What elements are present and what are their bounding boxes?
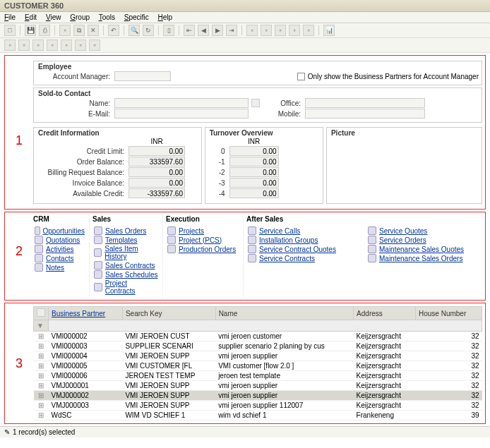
table-row[interactable]: ⊞VMJ000003VMI JEROEN SUPPvmi jeroen supp… [34, 401, 482, 411]
col-name[interactable]: Name [215, 307, 353, 320]
after-link[interactable]: Service Orders [379, 236, 426, 244]
tool-prev-icon[interactable]: ◀ [198, 25, 209, 36]
tool-open-icon[interactable]: □ [4, 25, 16, 36]
tool-next-icon[interactable]: ▶ [212, 25, 223, 36]
col-house[interactable]: House Number [416, 307, 482, 320]
after-item[interactable]: Installation Groups [248, 236, 358, 244]
execution-item[interactable]: Production Orders [167, 245, 239, 253]
bp-grid[interactable]: Business Partner Search Key Name Address… [33, 306, 482, 420]
execution-link[interactable]: Project (PCS) [179, 236, 222, 244]
tool-r2-5-icon[interactable]: ▫ [61, 40, 72, 51]
office-input[interactable] [305, 98, 425, 108]
row-handle-icon[interactable]: ⊞ [34, 411, 49, 420]
crm-link[interactable]: Activities [46, 246, 73, 253]
col-bp[interactable]: Business Partner [49, 307, 123, 320]
after-item[interactable]: Maintenance Sales Orders [368, 254, 478, 262]
tool-first-icon[interactable]: ⇤ [184, 25, 195, 36]
sales-link[interactable]: Sales Contracts [105, 262, 155, 270]
tool-last-icon[interactable]: ⇥ [226, 25, 237, 36]
after-link[interactable]: Maintenance Sales Quotes [379, 246, 464, 253]
crm-link[interactable]: Notes [46, 264, 64, 272]
tool-print-icon[interactable]: ⎙ [39, 25, 50, 36]
sales-link[interactable]: Project Contracts [105, 279, 158, 295]
sales-link[interactable]: Templates [105, 236, 138, 244]
tool-nav3-icon[interactable]: ▫ [275, 25, 286, 36]
col-addr[interactable]: Address [354, 307, 416, 320]
after-link[interactable]: Service Quotes [379, 227, 427, 235]
tool-nav1-icon[interactable]: ▫ [246, 25, 258, 36]
table-row[interactable]: ⊞VMJ000001VMI JEROEN SUPPvmi jeroen supp… [34, 381, 482, 391]
tool-nav2-icon[interactable]: ▫ [261, 25, 272, 36]
after-item[interactable]: Maintenance Sales Quotes [368, 245, 478, 253]
crm-link[interactable]: Contacts [46, 255, 73, 262]
after-item[interactable]: Service Contract Quotes [248, 245, 358, 253]
menu-edit[interactable]: Edit [25, 13, 37, 21]
tool-undo-icon[interactable]: ↶ [108, 25, 119, 36]
menu-help[interactable]: Help [158, 13, 173, 21]
after-link[interactable]: Service Contracts [259, 255, 315, 262]
account-manager-input[interactable] [114, 71, 171, 81]
row-handle-icon[interactable]: ⊞ [34, 361, 49, 371]
crm-link[interactable]: Opportunities [43, 227, 85, 235]
name-lookup-icon[interactable] [251, 99, 260, 107]
after-link[interactable]: Maintenance Sales Orders [379, 255, 462, 262]
row-handle-icon[interactable]: ⊞ [34, 341, 49, 351]
after-item[interactable]: Service Quotes [368, 226, 478, 235]
crm-item[interactable]: Notes [35, 263, 85, 272]
sales-link[interactable]: Sales Schedules [105, 271, 158, 279]
after-link[interactable]: Service Calls [259, 227, 300, 235]
crm-item[interactable]: Contacts [35, 254, 85, 262]
menu-group[interactable]: Group [70, 13, 90, 21]
crm-item[interactable]: Opportunities [35, 226, 85, 235]
after-link[interactable]: Service Contract Quotes [259, 246, 336, 253]
sales-item[interactable]: Sales Contracts [94, 261, 158, 270]
tool-nav5-icon[interactable]: ▫ [303, 25, 314, 36]
tool-refresh-icon[interactable]: ↻ [143, 25, 154, 36]
menu-view[interactable]: View [46, 13, 61, 21]
table-row[interactable]: ⊞VMI000004VMI JEROEN SUPPvmi jeroen supp… [34, 351, 482, 361]
mobile-input[interactable] [305, 109, 425, 119]
table-row[interactable]: ⊞VMI000006JEROEN TEST TEMPjeroen test te… [34, 371, 482, 381]
row-handle-icon[interactable]: ⊞ [34, 332, 49, 341]
tool-doc-icon[interactable]: ▯ [163, 25, 174, 36]
sales-item[interactable]: Sales Orders [94, 226, 158, 235]
row-handle-icon[interactable]: ⊞ [34, 381, 49, 391]
email-input[interactable] [114, 109, 249, 119]
menu-file[interactable]: File [4, 13, 16, 21]
tool-new-icon[interactable]: ▫ [59, 25, 71, 36]
row-handle-icon[interactable]: ⊞ [34, 371, 49, 381]
table-row[interactable]: ⊞VMI000002VMI JEROEN CUSTvmi jeroen cust… [34, 332, 482, 341]
table-row[interactable]: ⊞VMI000003SUPPLIER SCENARIsupplier scena… [34, 341, 482, 351]
tool-r2-1-icon[interactable]: ▫ [4, 40, 16, 51]
sales-item[interactable]: Project Contracts [94, 279, 158, 295]
tool-r2-7-icon[interactable]: ▫ [89, 40, 100, 51]
name-input[interactable] [114, 98, 249, 108]
tool-r2-6-icon[interactable]: ▫ [75, 40, 86, 51]
sales-item[interactable]: Sales Item History [94, 245, 158, 260]
tool-r2-3-icon[interactable]: ▫ [32, 40, 44, 51]
row-handle-icon[interactable]: ⊞ [34, 401, 49, 411]
grid-config-icon[interactable] [37, 308, 45, 317]
row-handle-icon[interactable]: ⊞ [34, 351, 49, 361]
crm-item[interactable]: Activities [35, 245, 85, 253]
tool-find-icon[interactable]: 🔍 [129, 25, 140, 36]
col-sk[interactable]: Search Key [122, 307, 215, 320]
sales-item[interactable]: Sales Schedules [94, 270, 158, 279]
sales-link[interactable]: Sales Orders [105, 227, 146, 235]
after-item[interactable]: Service Contracts [248, 254, 358, 262]
tool-r2-4-icon[interactable]: ▫ [47, 40, 58, 51]
tool-nav4-icon[interactable]: ▫ [289, 25, 300, 36]
only-show-checkbox[interactable] [297, 73, 305, 80]
table-row[interactable]: ⊞VMJ000002VMI JEROEN SUPPvmi jeroen supp… [34, 391, 482, 401]
menu-specific[interactable]: Specific [124, 13, 149, 21]
tool-delete-icon[interactable]: ✕ [88, 25, 99, 36]
tool-save-icon[interactable]: 💾 [25, 25, 36, 36]
after-item[interactable]: Service Calls [248, 226, 358, 235]
table-row[interactable]: ⊞VMI000005VMI CUSTOMER [FLVMI customer [… [34, 361, 482, 371]
filter-icon[interactable]: ▼ [37, 322, 44, 329]
execution-link[interactable]: Projects [179, 227, 204, 235]
after-link[interactable]: Installation Groups [259, 236, 318, 244]
tool-r2-2-icon[interactable]: ▫ [18, 40, 30, 51]
execution-item[interactable]: Project (PCS) [167, 236, 239, 244]
menu-tools[interactable]: Tools [99, 13, 115, 21]
